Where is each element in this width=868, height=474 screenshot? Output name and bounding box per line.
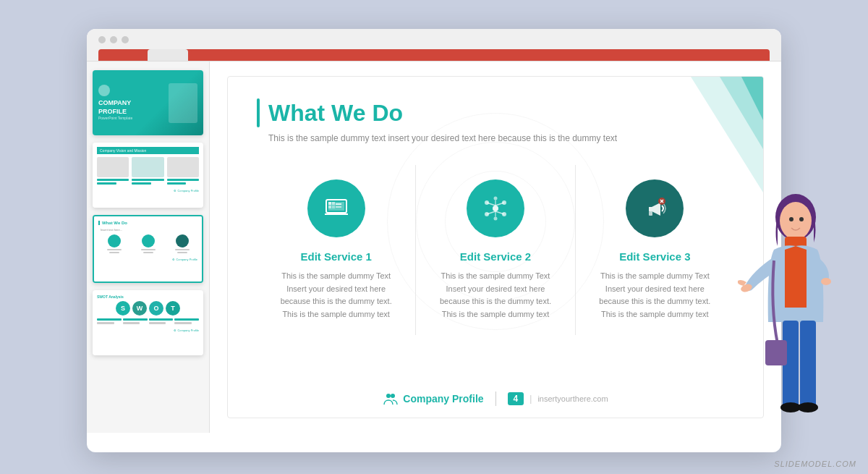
- service-desc-1: This is the sample dummy Text Insert you…: [274, 270, 398, 321]
- service-icon-2: [467, 179, 524, 237]
- slide-title: What We Do: [268, 100, 403, 127]
- watermark: SLIDEMODEL.COM: [774, 460, 856, 468]
- svg-point-18: [493, 217, 497, 221]
- svg-point-38: [780, 402, 801, 412]
- svg-rect-5: [328, 202, 331, 205]
- slide-thumb-2[interactable]: Company Vision and Mission: [93, 143, 203, 208]
- thumb1-text: COMPANY PROFILE PowerPoint Template: [98, 99, 132, 121]
- thumb4-swot: S W O T: [97, 301, 199, 316]
- footer-divider: [495, 392, 496, 406]
- service-card-2: Edit Service 2 This is the sample dummy …: [416, 165, 575, 335]
- svg-point-29: [386, 394, 391, 398]
- svg-rect-25: [649, 211, 652, 216]
- slide-footer: Company Profile 4 | insertyourthere.com: [228, 392, 763, 406]
- svg-point-30: [391, 394, 395, 398]
- footer-page-number: 4: [508, 392, 524, 405]
- service-title-2: Edit Service 2: [433, 250, 557, 263]
- svg-rect-37: [800, 321, 816, 407]
- footer-logo-text: Company Profile: [403, 393, 483, 405]
- dot-red: [98, 36, 106, 43]
- thumb4-bars: [97, 318, 199, 326]
- swot-o: O: [149, 301, 163, 316]
- thumb3-icons: [98, 234, 197, 253]
- slide-thumb-4[interactable]: SWOT Analysis S W O T: [93, 290, 203, 355]
- browser-chrome: [87, 29, 781, 62]
- footer-logo: Company Profile: [383, 392, 483, 405]
- svg-point-42: [799, 217, 804, 221]
- service-card-1: Edit Service 1 This is the sample dummy …: [257, 165, 416, 335]
- svg-point-39: [798, 402, 818, 412]
- dot-yellow: [110, 36, 117, 43]
- thumb4-footer: ⚙ Company Profile: [97, 329, 199, 332]
- browser-window: COMPANY PROFILE PowerPoint Template Comp…: [87, 29, 781, 452]
- slide-frame: What We Do This is the sample dummy text…: [227, 76, 764, 418]
- woman-illustration: [738, 177, 854, 452]
- svg-rect-8: [332, 206, 335, 208]
- tab-4[interactable]: [234, 49, 275, 61]
- svg-rect-10: [336, 206, 341, 208]
- tab-6[interactable]: [321, 49, 362, 61]
- svg-rect-7: [328, 206, 331, 208]
- slide-panel: COMPANY PROFILE PowerPoint Template Comp…: [87, 62, 210, 433]
- thumb3-footer: ⚙ Company Profile: [98, 258, 197, 261]
- browser-dots: [98, 36, 770, 43]
- tab-2-active[interactable]: [148, 49, 188, 61]
- service-title-3: Edit Service 3: [593, 250, 717, 263]
- svg-point-41: [789, 217, 793, 221]
- tab-5[interactable]: [278, 49, 318, 61]
- svg-rect-6: [332, 202, 335, 205]
- browser-tab-bar: [98, 49, 770, 61]
- thumb4-header: SWOT Analysis: [97, 295, 199, 299]
- service-icon-1: [307, 179, 365, 237]
- footer-separator: |: [529, 394, 532, 404]
- service-desc-2: This is the sample dummy Text Insert you…: [433, 270, 557, 321]
- thumb3-header: What We Do: [98, 221, 197, 225]
- tab-1[interactable]: [104, 49, 145, 61]
- thumb1-image: [169, 83, 197, 123]
- slide-thumb-3[interactable]: What We Do Insert text here...: [93, 215, 203, 283]
- thumb2-footer: ⚙ Company Profile: [97, 189, 199, 192]
- svg-rect-40: [765, 340, 787, 365]
- svg-point-12: [493, 206, 498, 211]
- thumb1-content: COMPANY PROFILE PowerPoint Template: [98, 85, 132, 121]
- footer-url: insertyourthere.com: [537, 394, 608, 403]
- swot-w: W: [132, 301, 147, 316]
- svg-point-32: [780, 202, 812, 240]
- main-content: What We Do This is the sample dummy text…: [210, 62, 781, 433]
- slide-thumb-1[interactable]: COMPANY PROFILE PowerPoint Template: [93, 70, 203, 135]
- svg-point-35: [821, 278, 831, 285]
- svg-rect-9: [336, 203, 341, 205]
- dot-green: [122, 36, 129, 43]
- deco-shapes: [633, 77, 763, 192]
- svg-point-17: [493, 197, 497, 200]
- tab-3[interactable]: [191, 49, 231, 61]
- swot-t: T: [166, 301, 180, 316]
- title-accent: [257, 98, 260, 127]
- service-desc-3: This is the sample dummy Text Insert you…: [593, 270, 717, 321]
- thumb2-header: Company Vision and Mission: [97, 147, 199, 154]
- browser-body: COMPANY PROFILE PowerPoint Template Comp…: [87, 62, 781, 433]
- thumb2-content: [97, 157, 199, 186]
- service-title-1: Edit Service 1: [274, 250, 398, 263]
- swot-s: S: [116, 301, 130, 316]
